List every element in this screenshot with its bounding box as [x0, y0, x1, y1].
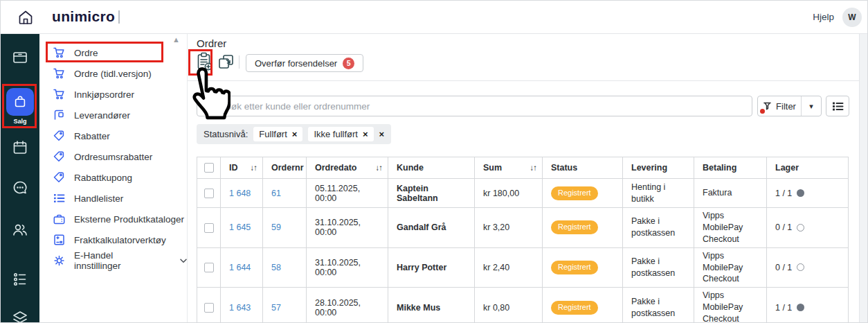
- column-settings-button[interactable]: [826, 96, 849, 116]
- order-id-link[interactable]: 1 643: [229, 303, 251, 313]
- home-icon[interactable]: [17, 9, 34, 26]
- archive-icon[interactable]: [12, 49, 28, 66]
- transfer-orders-icon[interactable]: [218, 54, 234, 73]
- order-id-link[interactable]: 1 644: [229, 263, 251, 272]
- chevron-down-icon: [180, 259, 187, 263]
- tag-icon: [53, 151, 65, 162]
- column-header-ordredato[interactable]: Ordredato↓↑: [307, 157, 388, 179]
- table-row: 1 643 57 28.10.2025, 00:00 Mikke Mus kr …: [197, 288, 849, 323]
- order-date: 28.10.2025, 00:00: [307, 288, 388, 323]
- sidebar-item-label: Handlelister: [74, 193, 123, 204]
- sidebar-item-rabatter[interactable]: Rabatter: [39, 125, 187, 146]
- users-icon[interactable]: [12, 221, 28, 238]
- sales-nav-label: Salg: [1, 118, 39, 125]
- chip-ikke-fullfort[interactable]: Ikke fullført ×: [308, 127, 373, 141]
- bullet-list-icon[interactable]: [12, 271, 28, 288]
- order-sum: kr 180,00: [475, 179, 543, 208]
- column-header-levering[interactable]: Levering: [623, 157, 694, 179]
- chip-fullfort[interactable]: Fullført ×: [253, 127, 302, 141]
- ordernr-link[interactable]: 57: [271, 303, 281, 313]
- sidebar-item-innkjopsordrer[interactable]: Innkjøpsordrer: [39, 84, 187, 105]
- logo-cursor-bar: [118, 10, 120, 24]
- payment-method: Vipps MobilePay Checkout: [694, 288, 767, 323]
- close-icon[interactable]: ×: [292, 130, 298, 139]
- payment-method: Vipps MobilePay Checkout: [694, 208, 767, 248]
- delivery-method: Pakke i postkassen: [623, 247, 694, 288]
- chip-label: Ikke fullført: [314, 129, 358, 139]
- new-order-icon[interactable]: [197, 52, 213, 74]
- column-header-sum[interactable]: Sum↓↑: [475, 157, 543, 179]
- delivery-method: Pakke i postkassen: [623, 208, 694, 248]
- shopping-bag-icon: [12, 94, 28, 110]
- user-avatar[interactable]: W: [842, 8, 862, 27]
- clear-all-chips-close-icon[interactable]: ×: [379, 130, 385, 139]
- ordernr-link[interactable]: 58: [271, 263, 281, 272]
- sidebar-item-label: Rabatter: [74, 131, 110, 141]
- column-header-betaling[interactable]: Betaling: [694, 157, 767, 179]
- column-list-icon: [832, 101, 844, 112]
- column-header-lager[interactable]: Lager: [767, 157, 849, 179]
- sort-icon[interactable]: ↓↑: [530, 164, 537, 172]
- filter-dropdown-caret[interactable]: ▾: [801, 96, 821, 116]
- column-header-status[interactable]: Status: [543, 157, 623, 179]
- cart-icon: [53, 68, 65, 79]
- help-link[interactable]: Hjelp: [813, 12, 834, 22]
- filter-active-dot: [760, 109, 765, 114]
- gear-icon: [53, 255, 65, 266]
- row-checkbox[interactable]: [204, 189, 214, 198]
- layers-icon[interactable]: [12, 310, 28, 323]
- tag-icon: [53, 172, 65, 183]
- search-input[interactable]: [197, 96, 752, 116]
- top-bar: unimicro Hjelp W: [1, 1, 867, 34]
- cart-icon: [53, 89, 65, 100]
- calendar-icon[interactable]: [12, 139, 28, 156]
- column-header-id[interactable]: ID↓↑: [221, 157, 263, 179]
- payment-method: Vipps MobilePay Checkout: [694, 247, 767, 288]
- toolbar-separator-line: [188, 80, 859, 81]
- sidebar-item-ehandel-innstillinger[interactable]: E-Handel innstillinger: [39, 250, 187, 271]
- column-header-ordernr[interactable]: Ordernr: [263, 157, 307, 179]
- column-header-kunde[interactable]: Kunde: [388, 157, 475, 179]
- close-icon[interactable]: ×: [363, 130, 368, 139]
- sidebar-item-ordre[interactable]: Ordre: [39, 42, 187, 63]
- sort-icon[interactable]: ↓↑: [376, 164, 383, 172]
- sort-icon[interactable]: ↓↑: [251, 164, 257, 172]
- row-checkbox[interactable]: [204, 303, 214, 313]
- sidebar-item-ordresumsrabatter[interactable]: Ordresumsrabatter: [39, 146, 187, 167]
- order-id-link[interactable]: 1 648: [229, 189, 251, 198]
- sidebar-item-handlelister[interactable]: Handlelister: [39, 188, 187, 209]
- chip-label: Fullført: [259, 129, 287, 139]
- order-id-link[interactable]: 1 645: [229, 222, 251, 232]
- page-title: Ordrer: [197, 37, 226, 49]
- filter-button[interactable]: Filter: [758, 96, 801, 116]
- delivery-method: Henting i butikk: [623, 179, 694, 208]
- order-sum: kr 3,20: [475, 208, 543, 248]
- ordernr-link[interactable]: 61: [271, 189, 281, 198]
- ordernr-link[interactable]: 59: [271, 222, 281, 232]
- sidebar-item-rabattkupong[interactable]: Rabattkupong: [39, 167, 187, 188]
- chat-icon[interactable]: [12, 180, 28, 196]
- sidebar-item-label: Eksterne Produktkataloger: [74, 214, 184, 225]
- row-checkbox[interactable]: [204, 223, 214, 233]
- table-header-row: ID↓↑ Ordernr Ordredato↓↑ Kunde Sum↓↑ Sta…: [197, 157, 849, 179]
- select-all-checkbox[interactable]: [204, 163, 214, 173]
- vertical-scrollbar[interactable]: [859, 34, 867, 322]
- order-date: 31.10.2025, 00:00: [307, 208, 388, 248]
- stock-status-dot: [797, 304, 804, 311]
- app-rail: Salg: [1, 34, 39, 322]
- customer-name: Gandalf Grå: [388, 208, 475, 248]
- status-badge: Registrert: [551, 261, 598, 274]
- sidebar-item-label: Innkjøpsordrer: [74, 89, 134, 100]
- caret-down-icon: ▾: [809, 102, 813, 111]
- row-checkbox[interactable]: [204, 263, 214, 272]
- sidebar-item-label: Fraktkalkulatorverktøy: [74, 235, 166, 245]
- stock-status-dot: [797, 263, 804, 271]
- sidebar-item-fraktkalkulatorverktoy[interactable]: Fraktkalkulatorverktøy: [39, 229, 187, 250]
- customer-name: Harry Potter: [388, 247, 475, 288]
- sidebar-item-eksterne-produktkataloger[interactable]: Eksterne Produktkataloger: [39, 209, 187, 229]
- list-icon: [53, 193, 65, 204]
- sidebar-item-leverandorer[interactable]: Leverandører: [39, 105, 187, 125]
- sidebar-item-ordre-tidl-versjon[interactable]: Ordre (tidl.versjon): [39, 63, 187, 84]
- transfer-shipments-button[interactable]: Overfør forsendelser 5: [246, 54, 363, 72]
- sales-nav-button[interactable]: [6, 88, 34, 116]
